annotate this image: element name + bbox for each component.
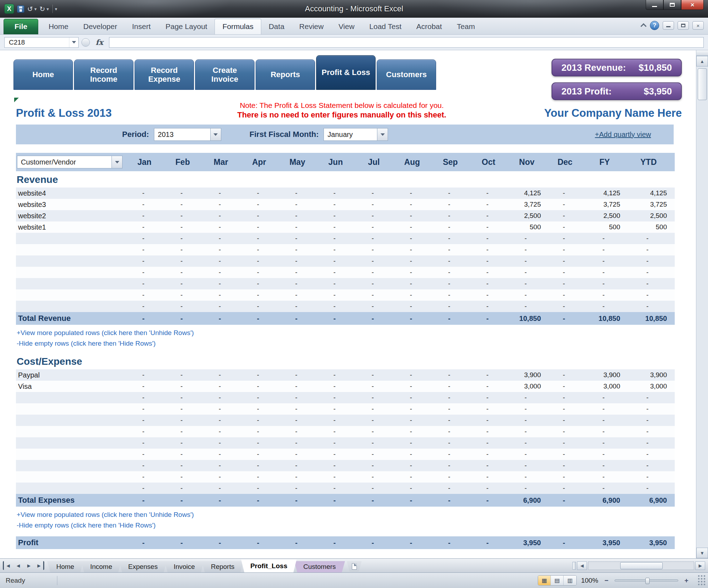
cell[interactable]: 3,950 (584, 539, 625, 547)
cell[interactable]: - (355, 201, 393, 208)
cell[interactable]: 3,000 (625, 382, 672, 390)
page-break-view-button[interactable]: ▥ (564, 576, 576, 585)
cell[interactable]: - (546, 416, 584, 424)
cell[interactable]: - (125, 473, 164, 481)
cell[interactable]: - (546, 257, 584, 265)
cell[interactable]: - (546, 269, 584, 276)
sheet-tab-expenses[interactable]: Expenses (119, 561, 167, 572)
cell[interactable]: - (469, 246, 508, 254)
row-label[interactable]: website3 (16, 201, 125, 209)
cell[interactable]: - (508, 302, 546, 310)
cell[interactable]: - (625, 291, 672, 299)
cell[interactable]: - (508, 484, 546, 492)
formula-input[interactable] (109, 37, 704, 48)
cell[interactable]: - (278, 315, 316, 323)
cell[interactable]: - (316, 428, 355, 436)
cell[interactable]: - (240, 416, 278, 424)
cell[interactable]: - (316, 496, 355, 505)
cell[interactable]: - (393, 484, 431, 492)
cell[interactable]: - (546, 496, 584, 505)
cell[interactable]: - (393, 269, 431, 276)
cell[interactable]: - (469, 235, 508, 242)
ribbon-tab-developer[interactable]: Developer (76, 19, 125, 34)
cell[interactable]: - (355, 269, 393, 276)
cell[interactable]: - (355, 405, 393, 413)
cell[interactable]: - (240, 450, 278, 458)
cell[interactable]: - (355, 315, 393, 323)
cell[interactable]: - (469, 539, 508, 547)
cell[interactable]: - (202, 371, 240, 379)
cell[interactable]: - (278, 416, 316, 424)
cell[interactable]: 2,500 (584, 212, 625, 220)
cell[interactable]: - (469, 189, 508, 197)
cell[interactable]: - (469, 473, 508, 481)
cell[interactable]: - (508, 428, 546, 436)
save-icon[interactable] (17, 5, 24, 13)
unhide-rows-link[interactable]: +View more populated rows (click here th… (17, 509, 194, 520)
cell[interactable]: - (355, 496, 393, 505)
vendor-filter-dropdown[interactable]: Customer/Vendor (17, 156, 122, 168)
cell[interactable]: - (202, 280, 240, 288)
insert-function-button[interactable]: fx (93, 38, 106, 47)
cell[interactable]: - (393, 462, 431, 469)
row-label[interactable]: website4 (16, 189, 125, 197)
ribbon-tab-load-test[interactable]: Load Test (362, 19, 409, 34)
undo-dropdown-icon[interactable]: ▾ (34, 6, 37, 12)
nav-button-customers[interactable]: Customers (377, 59, 436, 90)
cell[interactable]: - (355, 473, 393, 481)
sheet-tab-invoice[interactable]: Invoice (164, 561, 204, 572)
cell[interactable]: - (125, 405, 164, 413)
cell[interactable]: - (278, 439, 316, 447)
row-label[interactable]: Total Expenses (16, 496, 125, 505)
resize-grip[interactable] (697, 575, 706, 586)
cell[interactable]: - (316, 462, 355, 469)
cell[interactable]: - (125, 189, 164, 197)
cell[interactable]: 10,850 (508, 315, 546, 323)
cell[interactable]: - (431, 315, 469, 323)
cell[interactable]: - (202, 223, 240, 231)
cell[interactable]: - (164, 302, 202, 310)
cell[interactable]: - (202, 439, 240, 447)
cell[interactable]: - (316, 223, 355, 231)
cell[interactable]: 6,900 (625, 496, 672, 505)
cell[interactable]: 2,500 (508, 212, 546, 220)
cell[interactable]: - (164, 315, 202, 323)
cell[interactable]: 10,850 (584, 315, 625, 323)
cell[interactable]: - (240, 315, 278, 323)
cell[interactable]: - (316, 439, 355, 447)
cell[interactable]: - (393, 416, 431, 424)
cell[interactable]: - (431, 371, 469, 379)
ribbon-tab-review[interactable]: Review (292, 19, 331, 34)
fiscal-month-dropdown[interactable]: January (324, 128, 388, 141)
cell[interactable]: - (431, 416, 469, 424)
ribbon-tab-acrobat[interactable]: Acrobat (409, 19, 449, 34)
cell[interactable]: 4,125 (625, 189, 672, 197)
cell[interactable]: - (508, 450, 546, 458)
cell[interactable]: - (278, 201, 316, 208)
ribbon-tab-insert[interactable]: Insert (125, 19, 158, 34)
insert-worksheet-button[interactable] (347, 561, 362, 572)
cell[interactable]: - (355, 394, 393, 402)
cell[interactable]: - (546, 235, 584, 242)
cell[interactable]: - (431, 235, 469, 242)
cell[interactable]: - (278, 269, 316, 276)
cell[interactable]: - (278, 450, 316, 458)
cell[interactable]: - (316, 257, 355, 265)
cell[interactable]: - (469, 439, 508, 447)
cell[interactable]: - (240, 496, 278, 505)
cell[interactable]: - (508, 235, 546, 242)
cell[interactable]: - (240, 394, 278, 402)
cell[interactable]: - (625, 439, 672, 447)
vertical-scrollbar[interactable]: ▲ ▼ (696, 50, 708, 558)
cell[interactable]: - (393, 371, 431, 379)
cell[interactable]: - (278, 405, 316, 413)
cell[interactable]: - (202, 428, 240, 436)
cell[interactable]: 3,725 (584, 201, 625, 208)
cell[interactable]: - (469, 450, 508, 458)
page-layout-view-button[interactable]: ▤ (551, 576, 564, 585)
cell[interactable]: - (125, 315, 164, 323)
cell[interactable]: - (240, 405, 278, 413)
unhide-rows-link[interactable]: +View more populated rows (click here th… (17, 328, 194, 338)
cell[interactable]: - (202, 382, 240, 390)
next-sheet-button[interactable]: ▶ (24, 561, 34, 570)
